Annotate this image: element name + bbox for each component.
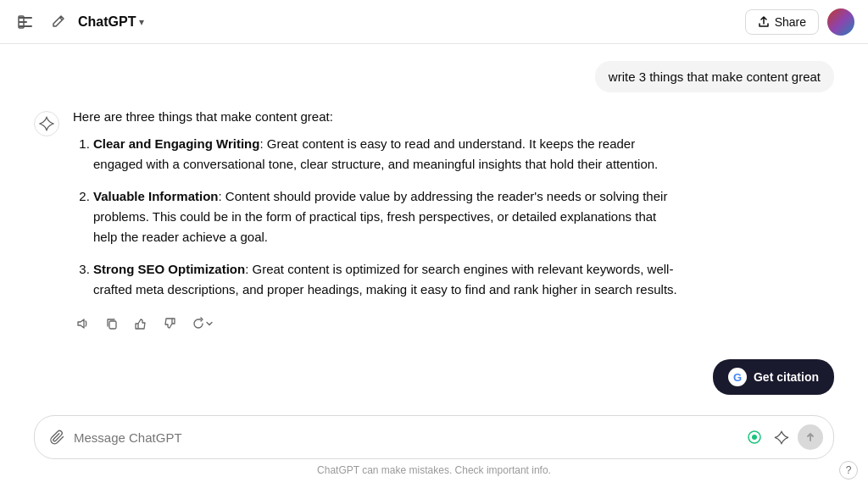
chevron-down-icon: ▾ bbox=[139, 16, 144, 28]
header: ChatGPT ▾ Share bbox=[0, 0, 868, 44]
thumbs-up-icon bbox=[134, 317, 147, 330]
list-item: Strong SEO Optimization: Great content i… bbox=[93, 259, 683, 300]
chatgpt-model-button[interactable] bbox=[771, 426, 793, 448]
svg-rect-4 bbox=[109, 321, 116, 329]
send-button[interactable] bbox=[798, 424, 823, 450]
svg-point-6 bbox=[752, 435, 757, 440]
regenerate-icon bbox=[192, 317, 205, 330]
sidebar-toggle-button[interactable] bbox=[14, 10, 37, 34]
action-icons-row bbox=[73, 313, 683, 334]
header-left: ChatGPT ▾ bbox=[14, 10, 144, 34]
title-dropdown[interactable]: ChatGPT ▾ bbox=[78, 14, 144, 30]
search-tools-icon bbox=[747, 430, 762, 445]
speaker-icon bbox=[76, 317, 90, 330]
svg-rect-0 bbox=[19, 17, 32, 19]
help-button[interactable]: ? bbox=[839, 461, 858, 480]
main-content: write 3 things that make content great H… bbox=[0, 44, 868, 405]
copy-button[interactable] bbox=[102, 313, 122, 334]
assistant-intro: Here are three things that make content … bbox=[73, 109, 683, 124]
list-item: Clear and Engaging Writing: Great conten… bbox=[93, 134, 683, 175]
thumbs-down-button[interactable] bbox=[159, 313, 180, 334]
paperclip-icon bbox=[50, 430, 65, 445]
message-input[interactable] bbox=[74, 430, 737, 445]
input-right-icons bbox=[743, 424, 823, 450]
user-message-text: write 3 things that make content great bbox=[609, 69, 821, 84]
assistant-response: Here are three things that make content … bbox=[73, 109, 683, 334]
response-list: Clear and Engaging Writing: Great conten… bbox=[73, 134, 683, 300]
attach-button[interactable] bbox=[48, 428, 67, 446]
input-box bbox=[34, 415, 834, 459]
google-g-logo: G bbox=[728, 368, 747, 386]
item-3-title: Strong SEO Optimization bbox=[93, 262, 245, 276]
svg-rect-1 bbox=[19, 21, 27, 23]
assistant-avatar bbox=[34, 111, 59, 136]
list-item: Valuable Information: Content should pro… bbox=[93, 186, 683, 247]
voice-search-button[interactable] bbox=[743, 426, 765, 448]
svg-rect-2 bbox=[19, 25, 32, 27]
get-citation-container: G Get citation bbox=[0, 359, 868, 395]
item-1-title: Clear and Engaging Writing bbox=[93, 136, 259, 151]
read-aloud-button[interactable] bbox=[73, 313, 93, 334]
user-message-bubble: write 3 things that make content great bbox=[595, 61, 834, 92]
avatar[interactable] bbox=[827, 8, 854, 36]
assistant-message-container: Here are three things that make content … bbox=[0, 109, 868, 334]
app-title: ChatGPT bbox=[78, 14, 136, 30]
chatgpt-logo-icon bbox=[39, 116, 54, 131]
regenerate-button[interactable] bbox=[188, 313, 217, 334]
share-icon bbox=[758, 16, 770, 28]
edit-icon bbox=[49, 14, 66, 30]
get-citation-label: Get citation bbox=[754, 370, 819, 384]
item-2-title: Valuable Information bbox=[93, 189, 219, 203]
thumbs-down-icon bbox=[163, 317, 176, 330]
model-icon bbox=[774, 430, 789, 445]
thumbs-up-button[interactable] bbox=[131, 313, 151, 334]
sidebar-icon bbox=[17, 14, 34, 30]
chevron-down-small-icon bbox=[205, 319, 214, 328]
input-area: ChatGPT can make mistakes. Check importa… bbox=[0, 405, 868, 488]
send-icon bbox=[804, 431, 816, 443]
share-button[interactable]: Share bbox=[745, 9, 819, 35]
copy-icon bbox=[105, 317, 119, 330]
get-citation-button[interactable]: G Get citation bbox=[713, 359, 834, 395]
header-right: Share bbox=[745, 8, 854, 36]
user-message-container: write 3 things that make content great bbox=[0, 61, 868, 109]
new-chat-button[interactable] bbox=[46, 10, 70, 34]
footer-note: ChatGPT can make mistakes. Check importa… bbox=[34, 459, 834, 483]
